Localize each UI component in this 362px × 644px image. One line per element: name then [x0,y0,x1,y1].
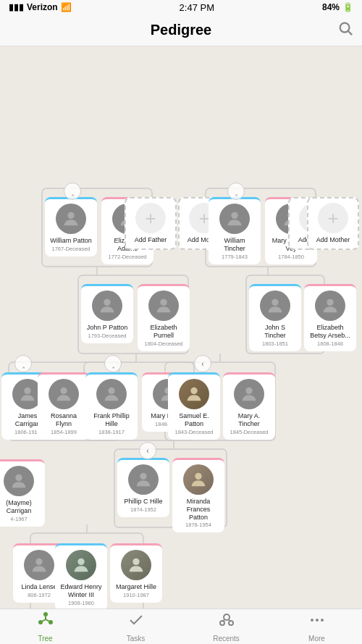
status-time: 2:47 PM [180,2,214,13]
person-edward-hille[interactable]: Edward Henry Winter III 1909-1980 [55,543,107,609]
svg-point-29 [190,388,197,394]
name-william-tincher: William Tincher [213,237,256,253]
name-linda-lense: Linda Lense [21,583,56,591]
svg-point-45 [220,621,224,625]
tab-tree[interactable]: Tree [0,609,90,644]
battery-icon: 🔋 [342,2,353,12]
person-margaret-hille[interactable]: Margaret Hille 1910-1987 [110,543,162,603]
person-samuel-patton[interactable]: Samuel E. Patton 1843-Deceased [168,372,220,440]
avatar-john-s-tincher [260,290,290,321]
dates-rosanna-flynn: 1854-1899 [51,429,77,435]
tab-recents[interactable]: Recents [181,609,272,644]
tab-tree-label: Tree [38,635,52,643]
avatar-elizabeth-betsy [315,290,345,321]
avatar-mary-tincher [234,379,264,409]
name-frank-phillip-hille: Frank Phillip Hille [90,412,133,428]
tree-area: ‸ ‸ ‸ ‸ ‹ ‹ William Patton 1767-Deceased… [0,46,362,609]
carrier-label: Verizon [27,2,58,12]
status-left: ▮▮▮ Verizon 📶 [9,2,72,12]
collapse-arrow-gen1-left[interactable]: ‸ [64,183,81,200]
tree-canvas[interactable]: ‸ ‸ ‸ ‸ ‹ ‹ William Patton 1767-Deceased… [0,46,362,609]
svg-point-30 [245,388,252,394]
person-phillip-hille[interactable]: Phillip C Hille 1874-1952 [117,458,169,517]
battery-label: 84% [322,2,340,12]
name-john-s-tincher: John S Tincher [253,324,297,340]
svg-point-49 [311,619,313,622]
dates-mary-tincher: 1845-Deceased [230,429,269,435]
dates-elizabeth-betsy: 1808-1848 [317,340,343,347]
signal-icon: ▮▮▮ [9,2,24,12]
name-margaret-hille: Margaret Hille [116,583,156,591]
svg-point-36 [132,559,139,565]
add-mother-2[interactable]: + Add Mother [307,197,359,250]
dates-mary-ann-mc-vey: 1784-1850 [278,254,304,260]
collapse-arrow-gen3-mid[interactable]: ‸ [104,355,122,372]
recents-icon [218,611,235,633]
svg-point-50 [316,619,319,622]
dates-john-s-tincher: 1803-1851 [262,340,288,347]
dates-william-tincher: 1779-1843 [222,254,248,260]
avatar-rosanna-flynn [49,379,79,409]
person-mary-tincher[interactable]: Mary A. Tincher 1845-Deceased [223,372,275,440]
svg-point-34 [35,559,42,565]
avatar-margaret-hille [121,550,151,580]
name-miranda-patton: Miranda Frances Patton [177,498,220,521]
avatar-linda-lense [24,550,54,580]
person-elizabeth-betsy[interactable]: Elizabeth Betsy Arseb... 1808-1848 [304,284,356,351]
name-mary-tincher: Mary A. Tincher [227,412,271,428]
svg-point-17 [67,212,74,219]
person-frank-phillip-hille[interactable]: Frank Phillip Hille 1838-1917 [85,372,138,440]
search-button[interactable] [337,20,353,41]
avatar-phillip-hille [128,464,159,495]
add-father-1[interactable]: + Add Father [125,197,177,250]
expand-arrow-gen4[interactable]: ‹ [139,442,156,459]
svg-point-21 [104,299,110,306]
avatar-william-patton [56,204,86,234]
avatar-mayme-carrigan [4,466,34,496]
collapse-arrow-gen1-right[interactable]: ‸ [227,183,245,200]
svg-point-27 [108,388,114,394]
svg-point-26 [60,388,67,394]
svg-point-0 [340,22,350,32]
svg-point-35 [77,559,84,565]
add-father-label-1: Add Father [135,236,167,244]
svg-point-31 [15,474,22,481]
person-rosanna-flynn[interactable]: Rosanna Flynn 1854-1899 [38,372,90,440]
collapse-arrow-gen3-left[interactable]: ‸ [14,355,32,372]
name-phillip-hille: Phillip C Hille [124,498,162,506]
svg-point-19 [231,212,237,219]
person-john-s-tincher[interactable]: John S Tincher 1803-1851 [249,284,301,351]
tab-more[interactable]: More [272,609,362,644]
person-miranda-patton[interactable]: Miranda Frances Patton 1878-1954 [172,458,224,532]
avatar-john-p-patton [92,290,122,321]
dates-william-patton: 1767-Deceased [52,246,90,252]
add-mother-icon-2: + [318,203,348,233]
dates-elizabeth-adams: 1772-Deceased [109,254,147,260]
tab-bar: Tree Tasks Recents [0,609,362,644]
tab-tasks[interactable]: Tasks [90,609,181,644]
svg-line-1 [348,31,352,35]
person-william-tincher[interactable]: William Tincher 1779-1843 [209,197,261,264]
person-william-patton[interactable]: William Patton 1767-Deceased [45,197,97,256]
person-mayme-carrigan[interactable]: (Mayme) Carrigan 4-1967 [0,459,45,527]
svg-point-24 [327,299,333,306]
dates-elizabeth-purnell: 1804-Deceased [145,340,183,347]
svg-point-32 [140,473,146,480]
dates-edward-hille: 1909-1980 [68,600,94,606]
avatar-edward-hille [66,550,96,580]
person-john-p-patton[interactable]: John P Patton 1793-Deceased [81,284,133,343]
name-john-p-patton: John P Patton [87,324,127,332]
dates-frank-phillip-hille: 1838-1917 [98,429,125,435]
tab-more-label: More [308,635,325,643]
svg-point-33 [195,473,201,480]
person-elizabeth-purnell[interactable]: Elizabeth Purnell 1804-Deceased [138,284,190,351]
dates-phillip-hille: 1874-1952 [130,506,156,513]
dates-margaret-hille: 1910-1987 [123,592,149,598]
page-title: Pedigree [151,22,211,38]
expand-arrow-gen3-right[interactable]: ‹ [194,355,211,372]
tree-icon [36,611,55,633]
name-edward-hille: Edward Henry Winter III [59,583,103,599]
name-rosanna-flynn: Rosanna Flynn [42,412,85,428]
svg-point-46 [229,621,233,625]
name-elizabeth-betsy: Elizabeth Betsy Arseb... [308,324,352,340]
